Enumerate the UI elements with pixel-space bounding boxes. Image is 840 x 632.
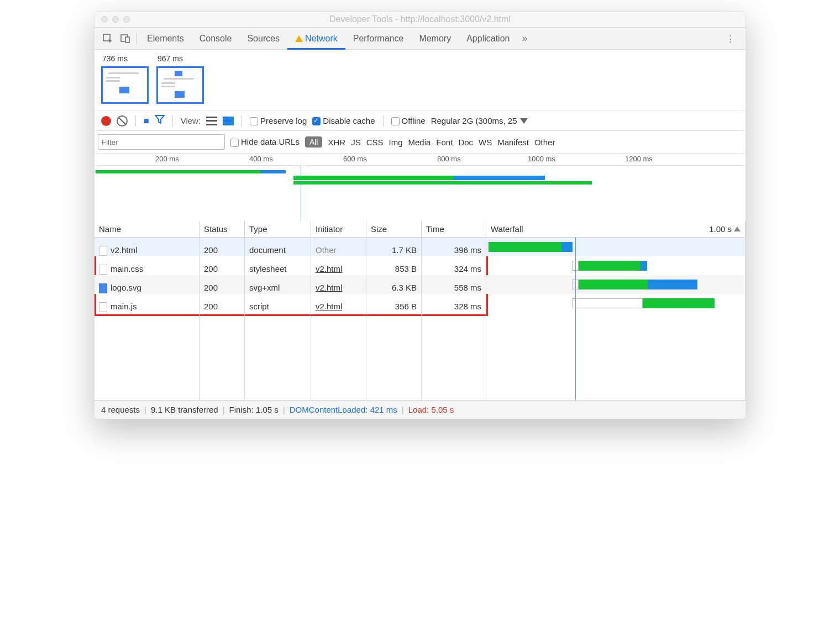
devtools-tabs: Elements Console Sources Network Perform… bbox=[95, 28, 746, 50]
table-header: Name Status Type Initiator Size Time Wat… bbox=[95, 221, 746, 238]
capture-screenshots-icon[interactable]: ■ bbox=[144, 116, 149, 126]
overview-bar bbox=[293, 176, 454, 180]
overview-bar bbox=[437, 181, 592, 185]
tab-console[interactable]: Console bbox=[192, 28, 240, 50]
filmstrip-timestamp: 736 ms bbox=[101, 54, 149, 63]
preserve-log-checkbox[interactable]: Preserve log bbox=[250, 116, 307, 126]
tab-elements[interactable]: Elements bbox=[139, 28, 192, 50]
filter-type-font[interactable]: Font bbox=[436, 138, 453, 147]
column-initiator[interactable]: Initiator bbox=[311, 221, 366, 237]
document-icon bbox=[99, 302, 107, 312]
table-row[interactable]: main.js 200 script v2.html 356 B 328 ms bbox=[95, 294, 746, 313]
status-bar: 4 requests| 9.1 KB transferred| Finish: … bbox=[95, 400, 746, 419]
status-transferred: 9.1 KB transferred bbox=[151, 405, 218, 414]
column-name[interactable]: Name bbox=[95, 221, 200, 237]
filter-type-css[interactable]: CSS bbox=[366, 138, 384, 147]
filmstrip-frame[interactable]: 736 ms bbox=[101, 54, 149, 104]
device-toolbar-icon[interactable] bbox=[119, 32, 132, 45]
timeline-ruler: 200 ms 400 ms 600 ms 800 ms 1000 ms 1200… bbox=[95, 154, 746, 166]
offline-checkbox[interactable]: Offline bbox=[391, 116, 426, 126]
filter-bar: Hide data URLs All XHR JS CSS Img Media … bbox=[95, 131, 746, 154]
table-row[interactable]: main.css 200 stylesheet v2.html 853 B 32… bbox=[95, 256, 746, 275]
filmstrip-thumbnail bbox=[101, 66, 149, 104]
filter-type-other[interactable]: Other bbox=[534, 138, 555, 147]
sort-asc-icon bbox=[734, 227, 741, 231]
filmstrip-timestamp: 967 ms bbox=[156, 54, 204, 63]
filter-type-manifest[interactable]: Manifest bbox=[497, 138, 529, 147]
table-row[interactable]: logo.svg 200 svg+xml v2.html 6.3 KB 558 … bbox=[95, 275, 746, 294]
column-time[interactable]: Time bbox=[422, 221, 486, 237]
svg-rect-2 bbox=[125, 37, 129, 43]
column-type[interactable]: Type bbox=[245, 221, 311, 237]
column-waterfall[interactable]: Waterfall 1.00 s bbox=[486, 221, 746, 237]
status-domcontentloaded: DOMContentLoaded: 421 ms bbox=[290, 405, 397, 414]
filter-type-js[interactable]: JS bbox=[351, 138, 361, 147]
dropdown-icon bbox=[520, 118, 528, 124]
status-requests: 4 requests bbox=[101, 405, 140, 414]
waterfall-cell bbox=[486, 256, 746, 275]
column-size[interactable]: Size bbox=[366, 221, 422, 237]
initiator-link[interactable]: v2.html bbox=[316, 264, 342, 273]
initiator-link[interactable]: v2.html bbox=[316, 302, 342, 311]
table-row[interactable]: v2.html 200 document Other 1.7 KB 396 ms bbox=[95, 238, 746, 256]
overview-bar bbox=[260, 170, 286, 173]
waterfall-max-label: 1.00 s bbox=[709, 224, 732, 234]
timeline-overview[interactable]: 200 ms 400 ms 600 ms 800 ms 1000 ms 1200… bbox=[95, 154, 746, 221]
status-finish: Finish: 1.05 s bbox=[229, 405, 279, 414]
throttling-select[interactable]: Regular 2G (300ms, 25 bbox=[431, 116, 528, 125]
waterfall-cell bbox=[486, 275, 746, 294]
tab-performance[interactable]: Performance bbox=[345, 28, 412, 50]
column-status[interactable]: Status bbox=[200, 221, 245, 237]
hide-data-urls-checkbox[interactable]: Hide data URLs bbox=[230, 137, 300, 147]
tabs-overflow-icon[interactable]: » bbox=[517, 33, 532, 44]
disable-cache-checkbox[interactable]: Disable cache bbox=[312, 116, 375, 126]
filmstrip-thumbnail bbox=[156, 66, 204, 104]
filter-type-img[interactable]: Img bbox=[389, 138, 402, 147]
filmstrip: 736 ms 967 ms bbox=[95, 50, 746, 111]
large-rows-icon[interactable] bbox=[206, 117, 217, 125]
devtools-menu-icon[interactable]: ⋮ bbox=[720, 34, 741, 44]
filter-type-ws[interactable]: WS bbox=[479, 138, 492, 147]
warning-icon bbox=[295, 35, 303, 42]
document-icon bbox=[99, 265, 107, 275]
overview-bar bbox=[454, 176, 545, 180]
view-label: View: bbox=[181, 116, 201, 125]
overview-bar bbox=[293, 181, 437, 185]
network-toolbar: ■ View: Preserve log Disable cache Offli… bbox=[95, 111, 746, 131]
window-titlebar: Developer Tools - http://localhost:3000/… bbox=[95, 12, 746, 28]
image-icon bbox=[99, 283, 107, 293]
filmstrip-frame[interactable]: 967 ms bbox=[156, 54, 204, 104]
waterfall-view-icon[interactable] bbox=[223, 117, 234, 125]
clear-button[interactable] bbox=[117, 115, 128, 127]
record-button[interactable] bbox=[101, 116, 111, 126]
initiator-link[interactable]: v2.html bbox=[316, 283, 342, 292]
overview-bar bbox=[96, 170, 260, 173]
filter-type-xhr[interactable]: XHR bbox=[328, 138, 345, 147]
tab-application[interactable]: Application bbox=[459, 28, 517, 50]
filter-toggle-icon[interactable] bbox=[155, 114, 165, 127]
tab-memory[interactable]: Memory bbox=[411, 28, 459, 50]
status-load: Load: 5.05 s bbox=[408, 405, 454, 414]
inspect-element-icon[interactable] bbox=[101, 32, 114, 45]
document-icon bbox=[99, 246, 107, 256]
waterfall-cell bbox=[486, 294, 746, 313]
window-title: Developer Tools - http://localhost:3000/… bbox=[95, 14, 746, 24]
filter-type-doc[interactable]: Doc bbox=[458, 138, 473, 147]
table-body: v2.html 200 document Other 1.7 KB 396 ms… bbox=[95, 238, 746, 400]
network-table: Name Status Type Initiator Size Time Wat… bbox=[95, 221, 746, 400]
filter-type-media[interactable]: Media bbox=[408, 138, 431, 147]
waterfall-cell bbox=[486, 238, 746, 256]
filter-type-all[interactable]: All bbox=[305, 136, 323, 148]
tab-network[interactable]: Network bbox=[287, 28, 345, 50]
filter-input[interactable] bbox=[98, 134, 225, 150]
table-empty-area bbox=[95, 313, 746, 400]
tab-sources[interactable]: Sources bbox=[239, 28, 287, 50]
domcontentloaded-marker bbox=[301, 166, 301, 221]
